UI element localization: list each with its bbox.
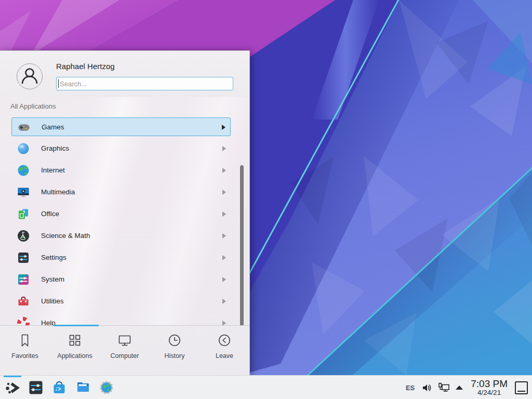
submenu-arrow-icon: [222, 299, 226, 304]
launcher-category-area: All Applications Games: [0, 97, 249, 326]
category-list: Games Graphics: [0, 117, 249, 326]
system-sliders-icon: [17, 273, 30, 286]
monitor-play-icon: [17, 185, 30, 199]
system-settings-button[interactable]: [28, 380, 44, 395]
tab-label: Favorites: [11, 352, 38, 360]
tab-label: Computer: [111, 352, 139, 360]
tab-label: History: [165, 352, 185, 360]
tab-leave[interactable]: Leave: [200, 326, 249, 375]
text-cursor: [58, 79, 59, 88]
tab-label: Leave: [216, 352, 233, 360]
globe-icon: [17, 164, 30, 177]
tab-applications[interactable]: Applications: [50, 326, 100, 375]
category-label: Games: [42, 118, 64, 137]
category-label: Internet: [41, 161, 65, 180]
scrollbar[interactable]: [240, 165, 244, 326]
clock-date: 4/24/21: [471, 389, 508, 396]
category-help[interactable]: Help: [11, 314, 231, 326]
expand-tray-icon[interactable]: [456, 385, 463, 390]
web-browser-button[interactable]: [99, 380, 114, 395]
submenu-arrow-icon: [222, 125, 225, 130]
launcher-active-indicator: [4, 376, 21, 377]
system-tray: ES: [406, 376, 532, 399]
submenu-arrow-icon: [222, 255, 226, 260]
tab-label: Applications: [57, 352, 92, 360]
category-label: Graphics: [41, 139, 69, 158]
graphics-sphere-icon: [17, 142, 30, 155]
discover-bag-icon: [51, 380, 67, 395]
category-utilities[interactable]: Utilities: [11, 292, 231, 311]
volume-icon[interactable]: [421, 382, 432, 393]
category-label: Office: [41, 205, 59, 223]
category-label: System: [41, 270, 64, 289]
desktop: Raphael Hertzog All Applications Games: [0, 0, 532, 399]
file-manager-button[interactable]: [75, 380, 91, 395]
category-internet[interactable]: Internet: [11, 161, 231, 180]
clock-time: 7:03 PM: [471, 379, 508, 389]
tab-favorites[interactable]: Favorites: [0, 326, 50, 375]
category-label: Utilities: [41, 292, 64, 311]
folder-icon: [75, 380, 91, 395]
category-office[interactable]: Office: [11, 205, 231, 223]
toolbox-icon: [17, 295, 30, 308]
launcher-header: Raphael Hertzog: [0, 51, 249, 98]
submenu-arrow-icon: [222, 168, 226, 173]
category-multimedia[interactable]: Multimedia: [11, 183, 231, 202]
submenu-arrow-icon: [222, 211, 226, 217]
settings-app-icon: [28, 380, 44, 395]
taskbar: ES: [0, 375, 532, 399]
settings-sliders-icon: [17, 251, 30, 264]
submenu-arrow-icon: [222, 190, 226, 195]
user-name: Raphael Hertzog: [56, 62, 115, 71]
science-flask-icon: [17, 229, 30, 243]
network-icon[interactable]: [438, 382, 450, 393]
keyboard-layout-indicator[interactable]: ES: [406, 384, 415, 392]
globe-gear-icon: [99, 380, 114, 395]
computer-icon: [117, 332, 132, 348]
tab-history[interactable]: History: [150, 326, 200, 375]
kickoff-icon: [5, 380, 20, 395]
app-grid-icon: [67, 332, 83, 348]
bookmark-icon: [17, 332, 33, 348]
tab-computer[interactable]: Computer: [100, 326, 150, 375]
category-graphics[interactable]: Graphics: [11, 139, 231, 158]
gamepad-icon: [17, 121, 31, 134]
user-icon: [17, 64, 42, 89]
category-settings[interactable]: Settings: [11, 248, 231, 267]
active-tab-indicator: [54, 325, 99, 326]
user-avatar[interactable]: [17, 63, 43, 89]
show-desktop-button[interactable]: [515, 381, 528, 394]
section-label: All Applications: [10, 102, 56, 110]
search-input[interactable]: [56, 77, 233, 90]
leave-back-icon: [217, 332, 232, 348]
application-launcher-button[interactable]: [5, 380, 20, 395]
submenu-arrow-icon: [222, 277, 226, 282]
submenu-arrow-icon: [222, 233, 226, 238]
history-clock-icon: [167, 332, 182, 348]
application-launcher-menu: Raphael Hertzog All Applications Games: [0, 50, 250, 375]
clock[interactable]: 7:03 PM 4/24/21: [471, 379, 508, 396]
submenu-arrow-icon: [222, 146, 226, 151]
category-science-math[interactable]: Science & Math: [11, 227, 231, 245]
category-label: Multimedia: [41, 183, 75, 202]
category-label: Science & Math: [41, 227, 90, 245]
discover-button[interactable]: [51, 380, 67, 395]
category-system[interactable]: System: [11, 270, 231, 289]
show-desktop-glyph: [517, 391, 525, 392]
launcher-tab-bar: Favorites Applications Computer: [0, 325, 249, 375]
office-documents-icon: [17, 207, 30, 221]
category-games[interactable]: Games: [11, 117, 231, 136]
category-label: Settings: [41, 248, 66, 267]
